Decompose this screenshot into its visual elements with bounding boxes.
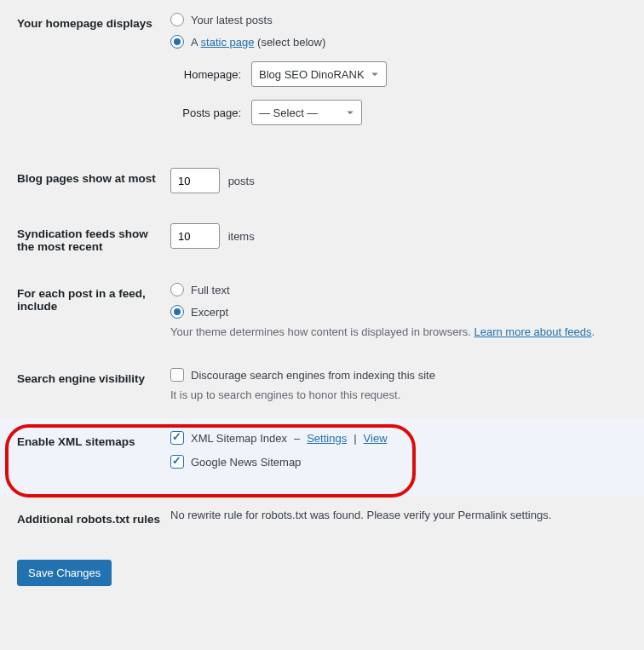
posts-page-select[interactable]: — Select — [251, 100, 362, 125]
feed-content-description: Your theme determines how content is dis… [170, 325, 635, 338]
google-news-sitemap-text: Google News Sitemap [191, 456, 301, 469]
syndication-label: Syndication feeds show the most recent [0, 210, 170, 270]
radio-latest-posts[interactable]: Your latest posts [170, 13, 635, 26]
syndication-input[interactable] [170, 223, 220, 249]
discourage-text: Discourage search engines from indexing … [191, 369, 435, 382]
robots-description: No rewrite rule for robots.txt was found… [170, 509, 551, 521]
radio-static-page[interactable]: A static page (select below) [170, 35, 635, 49]
save-changes-button[interactable]: Save Changes [17, 560, 112, 586]
static-page-link[interactable]: static page [201, 36, 255, 49]
static-page-prefix: A [191, 36, 201, 49]
static-page-suffix: (select below) [254, 36, 325, 49]
homepage-displays-label: Your homepage displays [0, 0, 170, 155]
learn-more-feeds-link[interactable]: Learn more about feeds [474, 325, 591, 338]
radio-latest-posts-input[interactable] [170, 13, 184, 26]
radio-excerpt[interactable]: Excerpt [170, 305, 635, 319]
homepage-select[interactable]: Blog SEO DinoRANK [251, 61, 387, 87]
search-visibility-label: Search engine visibility [0, 355, 170, 418]
discourage-checkbox-label[interactable]: Discourage search engines from indexing … [170, 368, 635, 382]
radio-full-text-input[interactable] [170, 283, 184, 296]
radio-excerpt-label: Excerpt [191, 306, 228, 319]
homepage-select-label: Homepage: [170, 68, 251, 81]
radio-full-text-label: Full text [191, 284, 230, 296]
blog-pages-input[interactable] [170, 168, 220, 193]
pipe-separator: | [354, 432, 356, 445]
radio-excerpt-input[interactable] [170, 305, 184, 319]
robots-label: Additional robots.txt rules [0, 496, 170, 543]
radio-full-text[interactable]: Full text [170, 283, 635, 296]
xml-settings-link[interactable]: Settings [307, 432, 347, 445]
xml-view-link[interactable]: View [364, 432, 388, 445]
search-visibility-description: It is up to search engines to honor this… [170, 388, 635, 401]
blog-pages-label: Blog pages show at most [0, 155, 170, 210]
radio-static-page-text: A static page (select below) [191, 36, 325, 49]
discourage-checkbox[interactable] [170, 368, 184, 382]
dash-separator: – [294, 432, 300, 445]
radio-static-page-input[interactable] [170, 35, 184, 49]
xml-sitemap-index-checkbox[interactable] [170, 431, 184, 445]
syndication-unit: items [228, 230, 255, 243]
xml-sitemap-index-text: XML Sitemap Index [191, 432, 287, 445]
posts-page-select-label: Posts page: [170, 106, 251, 119]
xml-sitemaps-label: Enable XML sitemaps [0, 418, 170, 496]
feed-desc-prefix: Your theme determines how content is dis… [170, 325, 474, 338]
feed-content-label: For each post in a feed, include [0, 270, 170, 355]
blog-pages-unit: posts [228, 175, 255, 187]
feed-desc-suffix: . [592, 325, 595, 338]
radio-latest-posts-text: Your latest posts [191, 14, 273, 26]
google-news-sitemap-checkbox[interactable] [170, 455, 184, 469]
